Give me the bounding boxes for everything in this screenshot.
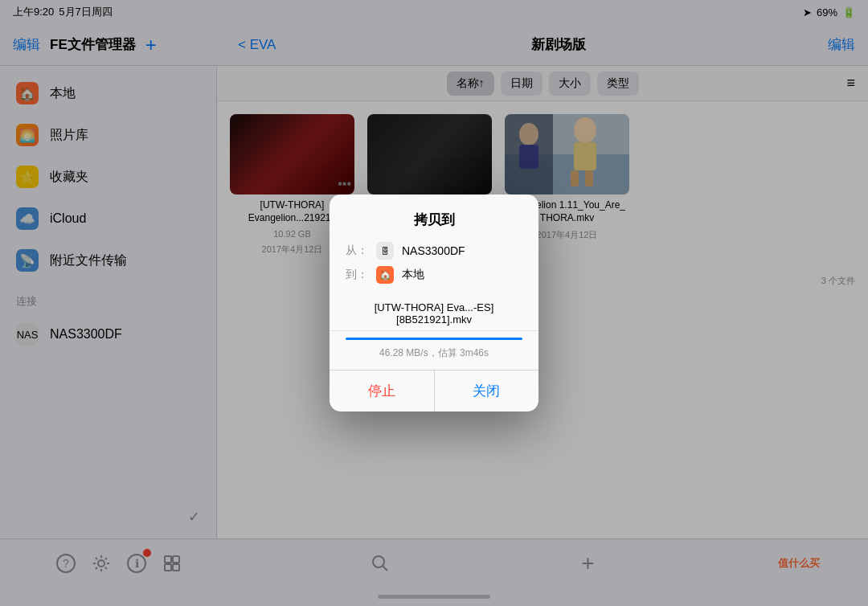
stop-button[interactable]: 停止	[330, 371, 435, 412]
modal-actions: 停止 关闭	[330, 370, 538, 412]
modal-to-row: 到： 🏠 本地	[346, 266, 522, 284]
progress-bar	[346, 338, 522, 340]
to-destination: 本地	[402, 268, 424, 282]
progress-bar-container	[330, 331, 538, 343]
modal-speed: 46.28 MB/s，估算 3m46s	[330, 343, 538, 370]
modal-overlay[interactable]: 拷贝到 从： 🗄 NAS3300DF 到： 🏠 本地 [UTW-THORA] E…	[0, 0, 868, 606]
nas-from-icon: 🗄	[376, 242, 394, 260]
modal-title: 拷贝到	[346, 211, 522, 229]
from-label: 从：	[346, 244, 368, 258]
copy-modal: 拷贝到 从： 🗄 NAS3300DF 到： 🏠 本地 [UTW-THORA] E…	[330, 194, 538, 412]
close-button[interactable]: 关闭	[435, 371, 539, 412]
to-label: 到：	[346, 268, 368, 282]
home-dest-icon: 🏠	[376, 266, 394, 284]
modal-header: 拷贝到 从： 🗄 NAS3300DF 到： 🏠 本地	[330, 194, 538, 297]
modal-filename: [UTW-THORA] Eva...-ES][8B521921].mkv	[330, 297, 538, 331]
modal-from-row: 从： 🗄 NAS3300DF	[346, 242, 522, 260]
from-source: NAS3300DF	[402, 244, 465, 257]
